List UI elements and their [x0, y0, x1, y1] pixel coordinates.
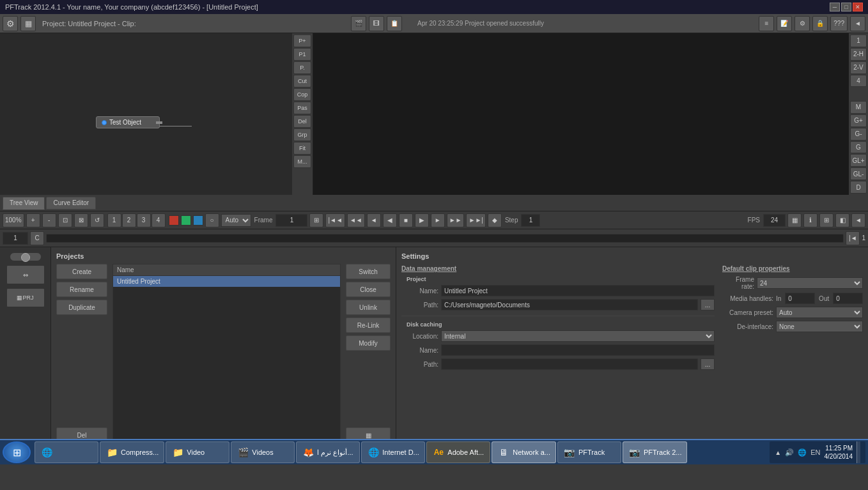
zoom-in-button[interactable]: +	[26, 213, 40, 227]
mode-button[interactable]: ◧	[835, 213, 849, 227]
mini-btn-1[interactable]: ⇔	[6, 265, 45, 284]
frame-4[interactable]: 4	[151, 213, 166, 227]
color-blue[interactable]	[193, 215, 203, 226]
next-frame-button[interactable]: ►►	[447, 213, 465, 227]
rpb-4[interactable]: 4	[850, 75, 867, 88]
timeline-start[interactable]	[3, 232, 28, 245]
p-plus-button[interactable]: P+	[293, 34, 311, 47]
node-test-object[interactable]: Test Object	[96, 116, 160, 128]
show-desktop-button[interactable]	[856, 441, 860, 463]
taskbar-ie[interactable]: 🌐	[35, 441, 98, 463]
project-name-input[interactable]	[441, 285, 715, 296]
mini-slider[interactable]	[10, 252, 42, 261]
notes-button[interactable]: 📝	[777, 16, 792, 31]
prev-frame-button[interactable]: ◄◄	[347, 213, 365, 227]
fps-input[interactable]	[763, 214, 786, 227]
list-button[interactable]: ≡	[759, 16, 774, 31]
rpb-m[interactable]: M	[850, 101, 867, 114]
disk-path-input[interactable]	[441, 358, 698, 370]
taskbar-videos[interactable]: 🎬 Videos	[231, 441, 295, 463]
step-input[interactable]	[521, 214, 540, 227]
rpb-2v[interactable]: 2-V	[850, 61, 867, 74]
rpb-d[interactable]: D	[850, 181, 867, 194]
stop-button[interactable]: ■	[399, 213, 413, 227]
tab-curve-editor[interactable]: Curve Editor	[46, 197, 96, 210]
frame-3[interactable]: 3	[137, 213, 151, 227]
taskbar-firefox[interactable]: 🦊 أنواع نرم ا...	[296, 441, 360, 463]
snap-button[interactable]: ⊠	[74, 213, 88, 227]
taskbar-internet[interactable]: 🌐 Internet D...	[361, 441, 425, 463]
frame-input[interactable]	[275, 214, 307, 227]
taskbar-ae[interactable]: Ae Adobe Aft...	[426, 441, 490, 463]
arrow-button[interactable]: ◄	[850, 16, 865, 31]
camera-button[interactable]: 🎬	[351, 16, 366, 31]
rpb-2h[interactable]: 2-H	[850, 48, 867, 61]
options-button[interactable]: ⊞	[819, 213, 833, 227]
auto-select[interactable]: Auto	[221, 214, 251, 227]
taskbar-pftrack2[interactable]: 📷 PFTrack 2...	[623, 441, 688, 463]
play-button[interactable]: ▶	[415, 213, 429, 227]
tab-tree-view[interactable]: Tree View	[3, 197, 45, 210]
tray-expand[interactable]: ▲	[775, 449, 781, 456]
layout-1-button[interactable]: ▦	[787, 213, 802, 227]
close-button[interactable]: Close	[346, 282, 391, 297]
key-button[interactable]: ◆	[488, 213, 502, 227]
duplicate-button[interactable]: Duplicate	[56, 300, 107, 315]
start-button[interactable]: ⊞	[3, 441, 31, 463]
relink-button[interactable]: Re-Link	[346, 318, 391, 333]
disk-path-browse[interactable]: ...	[701, 358, 715, 370]
taskbar-pftrack[interactable]: 📷 PFTrack	[557, 441, 621, 463]
mini-btn-2[interactable]: ▦PRJ	[6, 288, 45, 307]
spreadsheet-button[interactable]: ▦	[20, 16, 36, 31]
timeline-end-button[interactable]: |◄	[846, 231, 860, 245]
loop-button[interactable]: ↺	[90, 213, 104, 227]
minimize-button[interactable]: ─	[830, 3, 840, 11]
go-start-button[interactable]: |◄◄	[325, 213, 345, 227]
grp-button[interactable]: Grp	[293, 128, 311, 141]
fit-frame-button[interactable]: ⊡	[58, 213, 72, 227]
p1-button[interactable]: P1	[293, 48, 311, 61]
zoom-out-button[interactable]: -	[42, 213, 56, 227]
del-button[interactable]: Del	[293, 115, 311, 128]
color-green[interactable]	[181, 215, 191, 226]
frame-2[interactable]: 2	[122, 213, 136, 227]
rpb-glminus[interactable]: GL-	[850, 167, 867, 180]
cop-button[interactable]: Cop	[293, 88, 311, 101]
copy-button[interactable]: 📋	[387, 16, 402, 31]
rpb-g[interactable]: G	[850, 141, 867, 154]
rpb-gminus[interactable]: G-	[850, 128, 867, 141]
next-1-button[interactable]: ►	[431, 213, 445, 227]
modify-button[interactable]: Modify	[346, 335, 391, 351]
node-canvas[interactable]: Test Object	[0, 33, 313, 195]
media-in-input[interactable]	[785, 293, 815, 304]
location-select[interactable]: Internal	[441, 330, 715, 342]
de-interlace-select[interactable]: None	[776, 321, 863, 332]
fit-button[interactable]: Fit	[293, 142, 311, 155]
node-view-button[interactable]: ⚙	[3, 16, 18, 31]
go-end-button[interactable]: ►►|	[466, 213, 485, 227]
rpb-glplus[interactable]: GL+	[850, 154, 867, 167]
help-button[interactable]: ???	[830, 16, 848, 31]
cut-button[interactable]: Cut	[293, 75, 311, 88]
rpb-gplus[interactable]: G+	[850, 114, 867, 127]
clip-button[interactable]: 🎞	[369, 16, 384, 31]
maximize-button[interactable]: □	[841, 3, 851, 11]
settings-button[interactable]: ⚙	[794, 16, 810, 31]
prev-1-button[interactable]: ◄	[367, 213, 381, 227]
taskbar-compress[interactable]: 📁 Compress...	[100, 441, 164, 463]
info-button[interactable]: ℹ	[803, 213, 818, 227]
unlink-button[interactable]: Unlink	[346, 300, 391, 315]
timeline-c-button[interactable]: C	[30, 231, 44, 245]
path-browse-button[interactable]: ...	[701, 299, 715, 310]
color-red[interactable]	[169, 215, 179, 226]
timeline-track[interactable]	[46, 234, 844, 243]
create-button[interactable]: Create	[56, 264, 107, 279]
taskbar-network[interactable]: 🖥 Network a...	[492, 441, 556, 463]
taskbar-video[interactable]: 📁 Video	[166, 441, 229, 463]
project-path-input[interactable]	[441, 299, 698, 310]
frame-rate-select[interactable]: 24	[757, 277, 863, 289]
disk-name-input[interactable]	[441, 344, 715, 356]
media-out-input[interactable]	[833, 293, 863, 304]
go-to-button[interactable]: ⊞	[309, 213, 323, 227]
rename-button[interactable]: Rename	[56, 282, 107, 297]
